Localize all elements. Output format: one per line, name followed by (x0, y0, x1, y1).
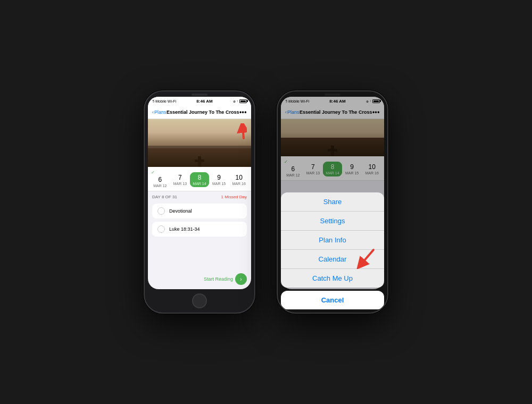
phone-2-screen: T-Mobile Wi-Fi 8:46 AM ⊕ ↑ ‹ Plans Essen… (281, 97, 384, 289)
start-reading-area[interactable]: Start Reading › (148, 271, 251, 289)
reading-checkbox-2[interactable] (157, 225, 165, 233)
phone-1-screen: T-Mobile Wi-Fi 8:46 AM ⊕ ↑ ‹ Plans Essen… (148, 97, 251, 289)
start-reading-label: Start Reading (204, 276, 233, 282)
hero-sky (148, 119, 251, 146)
day-selector-1: ✓ 6 MAR 12 7 MAR 13 8 MAR 14 (148, 167, 251, 191)
phone-1: T-Mobile Wi-Fi 8:46 AM ⊕ ↑ ‹ Plans Essen… (144, 90, 255, 314)
action-catch-me-up[interactable]: Catch Me Up (281, 269, 384, 288)
nav-title-1: Essential Journey To The Cross (167, 110, 239, 115)
day-item-9[interactable]: 9 MAR 15 (209, 173, 229, 187)
action-share[interactable]: Share (281, 192, 384, 212)
missed-label: 1 Missed Day (221, 195, 247, 199)
battery-icon (239, 99, 247, 103)
phone-2: T-Mobile Wi-Fi 8:46 AM ⊕ ↑ ‹ Plans Essen… (277, 90, 388, 314)
day-item-10[interactable]: 10 MAR 16 (229, 173, 249, 187)
start-reading-button[interactable]: › (235, 273, 247, 285)
reading-text-2: Luke 18:31-34 (169, 226, 200, 232)
action-settings[interactable]: Settings (281, 212, 384, 231)
home-button-1[interactable] (192, 293, 207, 308)
day-check: ✓ (151, 170, 155, 175)
action-calendar[interactable]: Calendar (281, 250, 384, 269)
nav-bar-1: ‹ Plans Essential Journey To The Cross •… (148, 105, 251, 119)
status-icons-1: ⊕ ↑ (233, 99, 247, 103)
day-item-7[interactable]: 7 MAR 13 (170, 173, 190, 187)
day-item-6[interactable]: 6 MAR 12 (150, 175, 170, 189)
progress-label: DAY 8 OF 31 (152, 195, 177, 199)
reading-item-1[interactable]: Devotional (152, 204, 247, 218)
status-bar-1: T-Mobile Wi-Fi 8:46 AM ⊕ ↑ (148, 97, 251, 105)
reading-text-1: Devotional (169, 208, 192, 214)
back-button-1[interactable]: ‹ Plans (152, 110, 167, 115)
content-area-1: DAY 8 OF 31 1 Missed Day Devotional Luke… (148, 191, 251, 271)
reading-checkbox-1[interactable] (157, 207, 165, 215)
action-sheet-overlay: Share Settings Plan Info Calendar Catch … (281, 97, 384, 289)
chevron-left-icon: ‹ (152, 110, 154, 115)
more-button-1[interactable]: ••• (239, 108, 247, 116)
phone-speaker (192, 94, 207, 96)
day-item-8-active[interactable]: 8 MAR 14 (190, 172, 209, 187)
reading-item-2[interactable]: Luke 18:31-34 (152, 222, 247, 237)
hero-image-1 (148, 119, 251, 167)
signal-icon: ⊕ (233, 99, 236, 103)
carrier-1: T-Mobile Wi-Fi (152, 99, 176, 103)
progress-row: DAY 8 OF 31 1 Missed Day (152, 195, 247, 199)
time-1: 8:46 AM (196, 99, 212, 104)
action-sheet: Share Settings Plan Info Calendar Catch … (281, 192, 384, 288)
bluetooth-icon: ↑ (237, 99, 238, 103)
action-plan-info[interactable]: Plan Info (281, 231, 384, 250)
